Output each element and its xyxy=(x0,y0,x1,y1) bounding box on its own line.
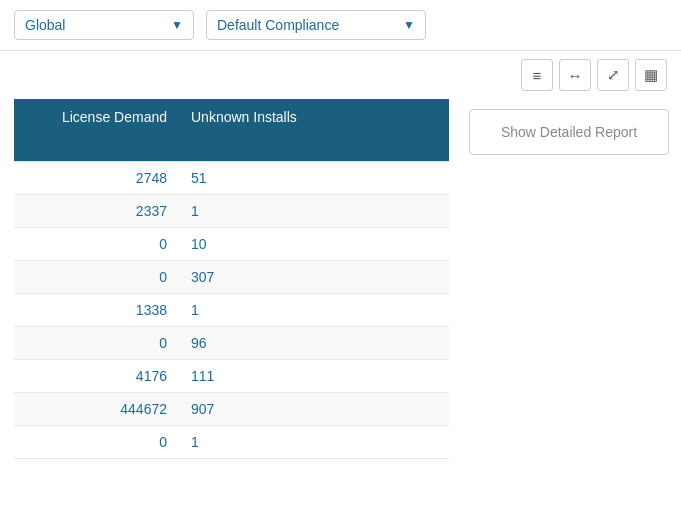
filter-row: ↕ ▼ ↕ ▼ xyxy=(14,135,449,162)
right-panel: Show Detailed Report xyxy=(469,99,669,459)
col-demand-header: License Demand xyxy=(14,99,179,135)
global-dropdown[interactable]: Global ▼ xyxy=(14,10,194,40)
demand-cell: 444672 xyxy=(14,393,179,426)
grid-icon: ▦ xyxy=(644,66,658,84)
expand-icon: ⤢ xyxy=(607,66,620,84)
demand-filter-cell: ↕ ▼ xyxy=(14,135,179,162)
table-row: 274851 xyxy=(14,162,449,195)
show-report-label: Show Detailed Report xyxy=(501,124,637,140)
data-table: License Demand Unknown Installs ↕ ▼ ↕ ▼ xyxy=(14,99,449,459)
arrows-button[interactable]: ↔ xyxy=(559,59,591,91)
unknown-cell: 307 xyxy=(179,261,449,294)
unknown-cell: 1 xyxy=(179,426,449,459)
sort-icon: ↕ xyxy=(187,141,194,156)
grid-button[interactable]: ▦ xyxy=(635,59,667,91)
demand-cell: 0 xyxy=(14,426,179,459)
table-row: 444672907 xyxy=(14,393,449,426)
unknown-cell: 51 xyxy=(179,162,449,195)
filter-icon: ▼ xyxy=(198,141,211,156)
demand-cell: 0 xyxy=(14,327,179,360)
compliance-dropdown-arrow: ▼ xyxy=(403,18,415,32)
table-row: 01 xyxy=(14,426,449,459)
global-dropdown-label: Global xyxy=(25,17,65,33)
table-section: License Demand Unknown Installs ↕ ▼ ↕ ▼ xyxy=(14,99,449,459)
list-icon: ≡ xyxy=(533,67,542,84)
unknown-sort-filter[interactable]: ↕ ▼ xyxy=(187,141,210,156)
demand-cell: 4176 xyxy=(14,360,179,393)
table-row: 4176111 xyxy=(14,360,449,393)
table-row: 13381 xyxy=(14,294,449,327)
sort-icon: ↕ xyxy=(148,141,155,156)
demand-cell: 0 xyxy=(14,261,179,294)
demand-sort-filter[interactable]: ↕ ▼ xyxy=(148,141,171,156)
table-row: 010 xyxy=(14,228,449,261)
main-content: License Demand Unknown Installs ↕ ▼ ↕ ▼ xyxy=(0,99,681,473)
demand-cell: 2337 xyxy=(14,195,179,228)
compliance-dropdown-label: Default Compliance xyxy=(217,17,339,33)
show-report-button[interactable]: Show Detailed Report xyxy=(469,109,669,155)
demand-cell: 1338 xyxy=(14,294,179,327)
toolbar: ≡ ↔ ⤢ ▦ xyxy=(0,51,681,99)
compliance-dropdown[interactable]: Default Compliance ▼ xyxy=(206,10,426,40)
filter-icon: ▼ xyxy=(158,141,171,156)
table-row: 0307 xyxy=(14,261,449,294)
unknown-filter-cell: ↕ ▼ xyxy=(179,135,449,162)
unknown-cell: 1 xyxy=(179,294,449,327)
unknown-cell: 111 xyxy=(179,360,449,393)
arrows-icon: ↔ xyxy=(568,67,583,84)
global-dropdown-arrow: ▼ xyxy=(171,18,183,32)
table-row: 23371 xyxy=(14,195,449,228)
table-header-row: License Demand Unknown Installs xyxy=(14,99,449,135)
list-view-button[interactable]: ≡ xyxy=(521,59,553,91)
unknown-cell: 96 xyxy=(179,327,449,360)
unknown-cell: 907 xyxy=(179,393,449,426)
unknown-cell: 1 xyxy=(179,195,449,228)
table-row: 096 xyxy=(14,327,449,360)
demand-cell: 0 xyxy=(14,228,179,261)
unknown-cell: 10 xyxy=(179,228,449,261)
expand-button[interactable]: ⤢ xyxy=(597,59,629,91)
top-bar: Global ▼ Default Compliance ▼ xyxy=(0,0,681,51)
col-unknown-header: Unknown Installs xyxy=(179,99,449,135)
demand-cell: 2748 xyxy=(14,162,179,195)
